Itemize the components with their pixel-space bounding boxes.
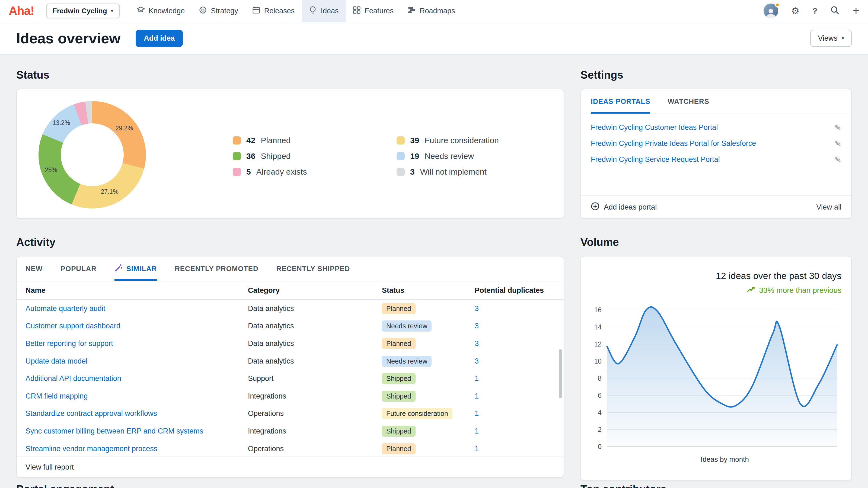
views-button[interactable]: Views ▾: [810, 30, 852, 47]
duplicates-link[interactable]: 1: [475, 410, 555, 418]
idea-category: Data analytics: [248, 339, 382, 348]
nav-item-label: Features: [365, 7, 394, 15]
duplicates-link[interactable]: 1: [475, 392, 555, 400]
page-title: Ideas overview: [16, 30, 120, 46]
idea-category: Integrations: [248, 392, 382, 400]
gear-icon[interactable]: ⚙: [791, 6, 799, 15]
nav-item-ideas[interactable]: Ideas: [302, 0, 346, 22]
tab-recently-shipped[interactable]: RECENTLY SHIPPED: [276, 257, 350, 281]
portal-row: Fredwin Cycling Private Ideas Portal for…: [591, 135, 841, 152]
svg-text:16: 16: [594, 306, 601, 314]
circle-plus-icon: [591, 202, 599, 213]
donut-pct-shipped: 25%: [45, 166, 57, 174]
tab-popular[interactable]: POPULAR: [61, 257, 97, 281]
nav-item-strategy[interactable]: Strategy: [192, 0, 245, 22]
duplicates-link[interactable]: 3: [475, 357, 555, 365]
portal-link[interactable]: Fredwin Cycling Customer Ideas Portal: [591, 123, 718, 132]
chevron-down-icon: ▾: [842, 35, 844, 41]
portal-link[interactable]: Fredwin Cycling Service Request Portal: [591, 155, 720, 164]
nav-item-features[interactable]: Features: [346, 0, 401, 22]
tab-ideas-portals[interactable]: IDEAS PORTALS: [591, 89, 650, 113]
legend-item: 42 Planned: [233, 136, 397, 145]
table-row: Standardize contract approval workflows …: [17, 405, 564, 423]
legend-swatch: [233, 136, 241, 144]
table-row: Additional API documentation Support Shi…: [17, 370, 564, 387]
idea-link[interactable]: Automate quarterly audit: [26, 304, 248, 313]
idea-link[interactable]: Additional API documentation: [26, 375, 248, 383]
duplicates-link[interactable]: 1: [475, 427, 555, 435]
table-row: Sync customer billing between ERP and CR…: [17, 422, 564, 440]
settings-footer: Add ideas portal View all: [581, 195, 851, 218]
tab-watchers[interactable]: WATCHERS: [668, 89, 709, 113]
table-row: Update data model Data analytics Needs r…: [17, 352, 564, 370]
roadmaps-gantt-icon: [408, 6, 416, 16]
user-avatar[interactable]: [764, 3, 778, 18]
portal-link[interactable]: Fredwin Cycling Private Ideas Portal for…: [591, 139, 756, 148]
add-ideas-portal-button[interactable]: Add ideas portal: [591, 202, 657, 213]
idea-link[interactable]: Streamline vendor management process: [26, 445, 248, 453]
status-badge: Needs review: [382, 321, 432, 332]
idea-link[interactable]: Standardize contract approval workflows: [26, 410, 248, 418]
strategy-icon: [199, 6, 207, 16]
chevron-down-icon: ▾: [111, 8, 113, 14]
add-icon[interactable]: +: [852, 5, 859, 17]
nav-item-releases[interactable]: Releases: [245, 0, 302, 22]
idea-link[interactable]: Better reporting for support: [26, 339, 248, 348]
idea-category: Data analytics: [248, 357, 382, 365]
help-icon[interactable]: ?: [812, 7, 817, 15]
duplicates-link[interactable]: 3: [475, 339, 555, 348]
status-badge: Future consideration: [382, 408, 453, 419]
legend-label: Shipped: [261, 152, 290, 161]
duplicates-link[interactable]: 1: [475, 375, 555, 383]
idea-category: Support: [248, 375, 382, 383]
aha-logo[interactable]: Aha!: [9, 4, 34, 18]
top-nav: Aha! Fredwin Cycling ▾ Knowledge Strateg…: [0, 0, 868, 22]
nav-item-knowledge[interactable]: Knowledge: [130, 0, 192, 22]
status-badge: Planned: [382, 338, 415, 349]
table-scrollbar[interactable]: [559, 349, 562, 398]
workspace-selector[interactable]: Fredwin Cycling ▾: [46, 3, 120, 19]
idea-link[interactable]: Update data model: [26, 357, 248, 365]
svg-text:0: 0: [598, 443, 601, 450]
tab-label: SIMILAR: [126, 265, 157, 273]
idea-link[interactable]: Customer support dashboard: [26, 322, 248, 330]
duplicates-link[interactable]: 1: [475, 445, 555, 453]
status-badge: Shipped: [382, 391, 415, 402]
add-idea-button[interactable]: Add idea: [135, 30, 183, 47]
portal-list: Fredwin Cycling Customer Ideas Portal ✎ …: [581, 114, 851, 167]
edit-pencil-icon[interactable]: ✎: [835, 155, 841, 164]
magic-wand-icon: [115, 264, 123, 274]
tab-similar[interactable]: SIMILAR: [115, 257, 157, 281]
view-full-report-link[interactable]: View full report: [26, 463, 74, 471]
col-name: Name: [26, 286, 248, 295]
tab-recently-promoted[interactable]: RECENTLY PROMOTED: [175, 257, 258, 281]
svg-text:10: 10: [594, 357, 601, 365]
status-heading: Status: [16, 69, 564, 81]
duplicates-link[interactable]: 3: [475, 304, 555, 313]
duplicates-link[interactable]: 3: [475, 322, 555, 330]
legend-swatch: [397, 168, 405, 176]
idea-link[interactable]: Sync customer billing between ERP and CR…: [26, 427, 248, 435]
edit-pencil-icon[interactable]: ✎: [835, 139, 841, 148]
donut-pct-needs-review: 13.2%: [52, 119, 70, 127]
edit-pencil-icon[interactable]: ✎: [835, 123, 841, 132]
portal-row: Fredwin Cycling Customer Ideas Portal ✎: [591, 120, 841, 135]
svg-text:2: 2: [598, 426, 601, 433]
legend-item: 19 Needs review: [397, 152, 560, 161]
table-row: CRM field mapping Integrations Shipped 1: [17, 387, 564, 405]
col-status: Status: [382, 286, 475, 295]
add-ideas-portal-label: Add ideas portal: [604, 203, 657, 212]
search-icon[interactable]: [830, 6, 839, 16]
legend-item: 39 Future consideration: [397, 136, 560, 145]
table-row: Better reporting for support Data analyt…: [17, 335, 564, 352]
table-row: Customer support dashboard Data analytic…: [17, 318, 564, 335]
table-header: Name Category Status Potential duplicate…: [17, 282, 564, 300]
tab-new[interactable]: NEW: [26, 257, 42, 281]
status-badge: Shipped: [382, 426, 415, 437]
volume-heading: Volume: [581, 236, 852, 248]
idea-link[interactable]: CRM field mapping: [26, 392, 248, 400]
view-all-link[interactable]: View all: [816, 203, 841, 212]
views-label: Views: [818, 34, 837, 42]
nav-item-roadmaps[interactable]: Roadmaps: [401, 0, 462, 22]
legend-item: 36 Shipped: [233, 152, 397, 161]
